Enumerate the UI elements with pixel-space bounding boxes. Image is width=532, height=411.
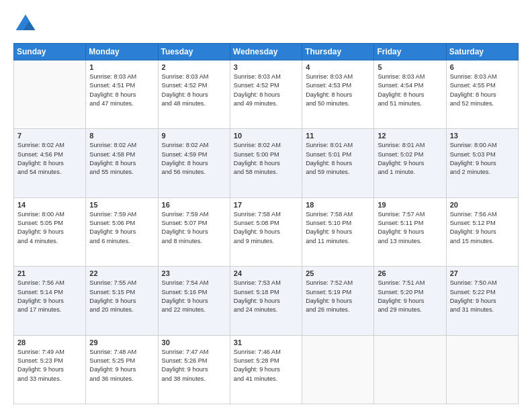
- weekday-wednesday: Wednesday: [230, 44, 302, 60]
- calendar-cell: [302, 335, 374, 404]
- calendar-cell: 5Sunrise: 8:03 AMSunset: 4:54 PMDaylight…: [374, 60, 446, 129]
- day-number: 16: [162, 201, 226, 209]
- day-number: 22: [89, 269, 154, 277]
- day-number: 1: [89, 63, 154, 71]
- day-info: Sunrise: 7:56 AMSunset: 5:12 PMDaylight:…: [450, 210, 515, 246]
- day-number: 6: [450, 63, 515, 71]
- weekday-monday: Monday: [86, 44, 158, 60]
- weekday-tuesday: Tuesday: [158, 44, 230, 60]
- calendar-cell: [374, 335, 446, 404]
- day-number: 7: [17, 132, 82, 140]
- day-number: 28: [17, 338, 82, 347]
- calendar-cell: 24Sunrise: 7:53 AMSunset: 5:18 PMDayligh…: [230, 267, 302, 335]
- day-info: Sunrise: 7:56 AMSunset: 5:14 PMDaylight:…: [17, 279, 82, 314]
- calendar-cell: 13Sunrise: 8:00 AMSunset: 5:03 PMDayligh…: [446, 129, 518, 197]
- weekday-thursday: Thursday: [302, 44, 374, 60]
- header: [13, 12, 519, 36]
- calendar-cell: 20Sunrise: 7:56 AMSunset: 5:12 PMDayligh…: [446, 197, 518, 266]
- calendar-cell: 18Sunrise: 7:58 AMSunset: 5:10 PMDayligh…: [302, 197, 374, 266]
- day-number: 30: [162, 338, 226, 347]
- day-info: Sunrise: 7:58 AMSunset: 5:10 PMDaylight:…: [306, 210, 370, 246]
- day-info: Sunrise: 8:03 AMSunset: 4:52 PMDaylight:…: [162, 73, 226, 108]
- weekday-sunday: Sunday: [14, 44, 86, 60]
- day-info: Sunrise: 8:03 AMSunset: 4:55 PMDaylight:…: [450, 73, 515, 108]
- calendar-week-3: 14Sunrise: 8:00 AMSunset: 5:05 PMDayligh…: [14, 197, 519, 266]
- logo-icon: [13, 12, 38, 36]
- calendar-cell: 23Sunrise: 7:54 AMSunset: 5:16 PMDayligh…: [158, 267, 230, 335]
- day-info: Sunrise: 7:55 AMSunset: 5:15 PMDaylight:…: [89, 279, 154, 314]
- day-number: 17: [234, 201, 298, 209]
- calendar-cell: 22Sunrise: 7:55 AMSunset: 5:15 PMDayligh…: [86, 267, 158, 335]
- calendar-cell: [446, 335, 518, 404]
- day-info: Sunrise: 8:02 AMSunset: 4:58 PMDaylight:…: [89, 141, 154, 177]
- calendar-cell: 10Sunrise: 8:02 AMSunset: 5:00 PMDayligh…: [230, 129, 302, 197]
- calendar-week-4: 21Sunrise: 7:56 AMSunset: 5:14 PMDayligh…: [14, 267, 519, 335]
- day-info: Sunrise: 8:02 AMSunset: 4:56 PMDaylight:…: [17, 141, 82, 177]
- calendar-cell: 28Sunrise: 7:49 AMSunset: 5:23 PMDayligh…: [14, 335, 86, 404]
- day-number: 15: [89, 201, 154, 209]
- calendar-cell: 31Sunrise: 7:46 AMSunset: 5:28 PMDayligh…: [230, 335, 302, 404]
- calendar-cell: 8Sunrise: 8:02 AMSunset: 4:58 PMDaylight…: [86, 129, 158, 197]
- page: SundayMondayTuesdayWednesdayThursdayFrid…: [0, 0, 532, 411]
- calendar-cell: 26Sunrise: 7:51 AMSunset: 5:20 PMDayligh…: [374, 267, 446, 335]
- day-number: 26: [378, 269, 442, 277]
- day-number: 29: [89, 338, 154, 347]
- day-number: 14: [17, 201, 82, 209]
- day-info: Sunrise: 7:47 AMSunset: 5:26 PMDaylight:…: [162, 348, 226, 383]
- calendar-cell: 19Sunrise: 7:57 AMSunset: 5:11 PMDayligh…: [374, 197, 446, 266]
- day-info: Sunrise: 7:54 AMSunset: 5:16 PMDaylight:…: [162, 279, 226, 314]
- calendar-week-5: 28Sunrise: 7:49 AMSunset: 5:23 PMDayligh…: [14, 335, 519, 404]
- calendar-cell: 11Sunrise: 8:01 AMSunset: 5:01 PMDayligh…: [302, 129, 374, 197]
- day-info: Sunrise: 7:51 AMSunset: 5:20 PMDaylight:…: [378, 279, 442, 314]
- day-number: 24: [234, 269, 298, 277]
- day-number: 2: [162, 63, 226, 71]
- calendar-cell: 30Sunrise: 7:47 AMSunset: 5:26 PMDayligh…: [158, 335, 230, 404]
- day-info: Sunrise: 8:03 AMSunset: 4:51 PMDaylight:…: [89, 73, 154, 108]
- day-number: 21: [17, 269, 82, 277]
- day-info: Sunrise: 7:50 AMSunset: 5:22 PMDaylight:…: [450, 279, 515, 314]
- calendar-cell: 1Sunrise: 8:03 AMSunset: 4:51 PMDaylight…: [86, 60, 158, 129]
- calendar-cell: 14Sunrise: 8:00 AMSunset: 5:05 PMDayligh…: [14, 197, 86, 266]
- calendar-cell: 27Sunrise: 7:50 AMSunset: 5:22 PMDayligh…: [446, 267, 518, 335]
- day-number: 19: [378, 201, 442, 209]
- calendar-table: SundayMondayTuesdayWednesdayThursdayFrid…: [13, 43, 519, 404]
- day-number: 25: [306, 269, 370, 277]
- day-number: 31: [234, 338, 298, 347]
- calendar-cell: 15Sunrise: 7:59 AMSunset: 5:06 PMDayligh…: [86, 197, 158, 266]
- day-info: Sunrise: 7:59 AMSunset: 5:07 PMDaylight:…: [162, 210, 226, 246]
- day-number: 8: [89, 132, 154, 140]
- day-info: Sunrise: 8:03 AMSunset: 4:53 PMDaylight:…: [306, 73, 370, 108]
- day-info: Sunrise: 7:57 AMSunset: 5:11 PMDaylight:…: [378, 210, 442, 246]
- calendar-cell: 16Sunrise: 7:59 AMSunset: 5:07 PMDayligh…: [158, 197, 230, 266]
- weekday-friday: Friday: [374, 44, 446, 60]
- day-info: Sunrise: 7:53 AMSunset: 5:18 PMDaylight:…: [234, 279, 298, 314]
- calendar-week-1: 1Sunrise: 8:03 AMSunset: 4:51 PMDaylight…: [14, 60, 519, 129]
- day-number: 3: [234, 63, 298, 71]
- calendar-cell: 6Sunrise: 8:03 AMSunset: 4:55 PMDaylight…: [446, 60, 518, 129]
- day-number: 9: [162, 132, 226, 140]
- calendar-cell: 4Sunrise: 8:03 AMSunset: 4:53 PMDaylight…: [302, 60, 374, 129]
- day-info: Sunrise: 8:03 AMSunset: 4:52 PMDaylight:…: [234, 73, 298, 108]
- calendar-cell: 3Sunrise: 8:03 AMSunset: 4:52 PMDaylight…: [230, 60, 302, 129]
- day-number: 13: [450, 132, 515, 140]
- day-info: Sunrise: 8:01 AMSunset: 5:01 PMDaylight:…: [306, 141, 370, 177]
- day-number: 20: [450, 201, 515, 209]
- day-info: Sunrise: 7:49 AMSunset: 5:23 PMDaylight:…: [17, 348, 82, 383]
- day-info: Sunrise: 7:59 AMSunset: 5:06 PMDaylight:…: [89, 210, 154, 246]
- calendar-cell: [14, 60, 86, 129]
- day-info: Sunrise: 8:02 AMSunset: 5:00 PMDaylight:…: [234, 141, 298, 177]
- day-info: Sunrise: 7:46 AMSunset: 5:28 PMDaylight:…: [234, 348, 298, 383]
- calendar-cell: 9Sunrise: 8:02 AMSunset: 4:59 PMDaylight…: [158, 129, 230, 197]
- day-number: 11: [306, 132, 370, 140]
- day-info: Sunrise: 7:52 AMSunset: 5:19 PMDaylight:…: [306, 279, 370, 314]
- day-number: 12: [378, 132, 442, 140]
- weekday-header-row: SundayMondayTuesdayWednesdayThursdayFrid…: [14, 44, 519, 60]
- calendar-cell: 2Sunrise: 8:03 AMSunset: 4:52 PMDaylight…: [158, 60, 230, 129]
- day-info: Sunrise: 8:00 AMSunset: 5:03 PMDaylight:…: [450, 141, 515, 177]
- calendar-cell: 21Sunrise: 7:56 AMSunset: 5:14 PMDayligh…: [14, 267, 86, 335]
- calendar-cell: 25Sunrise: 7:52 AMSunset: 5:19 PMDayligh…: [302, 267, 374, 335]
- day-number: 27: [450, 269, 515, 277]
- logo: [13, 12, 40, 36]
- calendar-cell: 29Sunrise: 7:48 AMSunset: 5:25 PMDayligh…: [86, 335, 158, 404]
- day-info: Sunrise: 8:03 AMSunset: 4:54 PMDaylight:…: [378, 73, 442, 108]
